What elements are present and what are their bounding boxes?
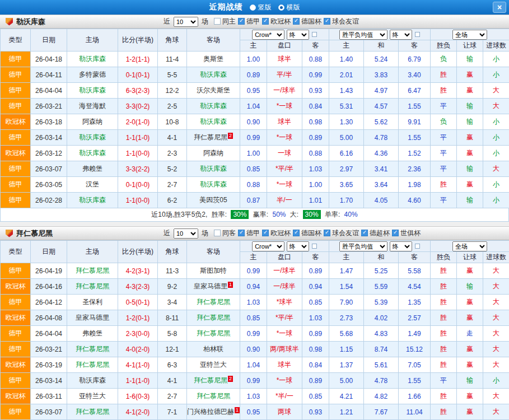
avg-draw-odds: 4.02 xyxy=(364,310,399,326)
avg-draw-odds: 4.57 xyxy=(364,99,399,114)
filter-checkbox[interactable]: 世俱杯 xyxy=(392,228,421,238)
match-count-select[interactable]: 10 xyxy=(174,228,198,239)
result-handicap: 输 xyxy=(457,99,483,114)
col-avg-draw: 和 xyxy=(364,40,399,52)
result-wdl: 胜 xyxy=(431,389,457,404)
period-select[interactable]: 全场 xyxy=(452,30,487,40)
filter-checkbox[interactable]: 同客 xyxy=(214,228,236,238)
home-team[interactable]: 拜仁慕尼黑 xyxy=(67,279,118,295)
filter-checkbox[interactable]: 欧冠杯 xyxy=(262,17,291,26)
away-team[interactable]: 皇家马德里1 xyxy=(187,279,240,295)
period-controls: 全场 xyxy=(431,241,509,252)
wdl-avg-select[interactable]: 胜平负均值 xyxy=(339,30,387,40)
filter-checkbox[interactable]: 德甲 xyxy=(238,228,260,238)
handicap-home-odds: 0.85 xyxy=(240,161,267,177)
away-team[interactable]: 沃尔夫斯堡 xyxy=(187,83,240,99)
away-team[interactable]: 奥斯堡 xyxy=(187,52,240,67)
away-team-label: 勒沃库森 xyxy=(200,102,227,110)
away-team[interactable]: 拜仁慕尼黑 xyxy=(187,310,240,326)
result-wdl: 平 xyxy=(431,161,457,177)
filter-checkbox[interactable]: 球会友谊 xyxy=(324,228,359,238)
filter-checkbox[interactable]: 德国杯 xyxy=(293,17,321,26)
filter-checkbox[interactable]: 德国杯 xyxy=(293,228,321,238)
league-type-badge: 德甲 xyxy=(1,193,31,208)
wdl-controls: 胜平负均值 终 xyxy=(329,241,431,252)
away-team[interactable]: 美因茨05 xyxy=(187,193,240,208)
league-type-badge: 欧冠杯 xyxy=(1,310,31,326)
away-team[interactable]: 拜仁慕尼黑 xyxy=(187,295,240,310)
period-controls: 全场 xyxy=(431,29,509,40)
away-team[interactable]: 勒沃库森 xyxy=(187,114,240,130)
odds-company-select[interactable]: Crow* xyxy=(252,30,284,40)
away-team[interactable]: 拜仁慕尼黑2 xyxy=(187,373,240,389)
home-team[interactable]: 皇家马德里 xyxy=(67,310,118,326)
home-team[interactable]: 拜仁慕尼黑 xyxy=(67,342,118,357)
league-type-badge: 德甲 xyxy=(1,342,31,357)
match-date: 26-03-14 xyxy=(31,130,67,146)
home-team[interactable]: 拜仁慕尼黑 xyxy=(67,357,118,373)
result-wdl: 负 xyxy=(431,114,457,130)
away-team[interactable]: 柏林联 xyxy=(187,342,240,357)
away-team[interactable]: 斯图加特 xyxy=(187,263,240,279)
odds-final-select[interactable]: 终 xyxy=(287,241,309,251)
result-handicap: 赢 xyxy=(457,389,483,404)
match-row: 德甲26-03-07拜仁慕尼黑4-1(2-0)7-1门兴格拉德巴赫10.95两球… xyxy=(1,404,509,420)
away-team-label: 勒沃库森 xyxy=(200,118,227,125)
home-team[interactable]: 汉堡 xyxy=(67,177,118,193)
away-team[interactable]: 拜仁慕尼黑 xyxy=(187,389,240,404)
filter-checkbox[interactable]: 德甲 xyxy=(238,17,260,26)
away-team[interactable]: 亚特兰大 xyxy=(187,357,240,373)
home-team[interactable]: 拜仁慕尼黑 xyxy=(67,263,118,279)
home-team[interactable]: 拜仁慕尼黑 xyxy=(67,404,118,420)
period-select[interactable]: 全场 xyxy=(452,241,487,251)
avg-away-odds: 1.49 xyxy=(399,326,431,342)
wdl-final-select[interactable]: 终 xyxy=(390,241,412,251)
close-icon[interactable]: × xyxy=(493,2,506,13)
match-count-select[interactable]: 10 xyxy=(174,17,198,27)
corner-count: 5-8 xyxy=(158,326,187,342)
corner-count: 2-7 xyxy=(158,389,187,404)
expand-checkbox-icon[interactable] xyxy=(415,32,420,37)
away-team[interactable]: 拜仁慕尼黑 xyxy=(187,326,240,342)
filter-checkbox[interactable]: 欧冠杯 xyxy=(262,228,291,238)
expand-checkbox-icon[interactable] xyxy=(312,244,317,249)
away-team[interactable]: 门兴格拉德巴赫1 xyxy=(187,404,240,420)
league-type-badge: 欧冠杯 xyxy=(1,279,31,295)
filter-checkbox[interactable]: 同主 xyxy=(214,17,236,26)
away-team[interactable]: 勒沃库森 xyxy=(187,177,240,193)
handicap-line: 一/球半 xyxy=(267,83,302,99)
home-team[interactable]: 勒沃库森 xyxy=(67,146,118,161)
handicap-home-odds: 0.89 xyxy=(240,67,267,83)
wdl-final-select[interactable]: 终 xyxy=(390,30,412,40)
home-team[interactable]: 勒沃库森 xyxy=(67,130,118,146)
filter-checkbox[interactable]: 球会友谊 xyxy=(324,17,359,26)
home-team[interactable]: 弗赖堡 xyxy=(67,161,118,177)
home-team[interactable]: 圣保利 xyxy=(67,295,118,310)
away-team-label: 拜仁慕尼黑 xyxy=(197,314,230,321)
away-team[interactable]: 拜仁慕尼黑2 xyxy=(187,130,240,146)
away-team[interactable]: 阿森纳 xyxy=(187,146,240,161)
home-team[interactable]: 海登海默 xyxy=(67,99,118,114)
odds-company-select[interactable]: Crow* xyxy=(252,241,284,251)
radio-vertical[interactable]: 竖版 xyxy=(250,3,272,12)
filter-checkbox[interactable]: 德超杯 xyxy=(361,228,390,238)
wdl-avg-select[interactable]: 胜平负均值 xyxy=(339,241,387,251)
home-team[interactable]: 亚特兰大 xyxy=(67,389,118,404)
home-team[interactable]: 多特蒙德 xyxy=(67,67,118,83)
home-team[interactable]: 弗赖堡 xyxy=(67,326,118,342)
expand-checkbox-icon[interactable] xyxy=(415,244,420,249)
result-goals: 大 xyxy=(483,389,509,404)
home-team[interactable]: 勒沃库森 xyxy=(67,83,118,99)
expand-checkbox-icon[interactable] xyxy=(312,32,317,37)
col-away: 客场 xyxy=(187,241,240,263)
away-team[interactable]: 勒沃库森 xyxy=(187,99,240,114)
home-team[interactable]: 勒沃库森 xyxy=(67,52,118,67)
radio-horizontal[interactable]: 横版 xyxy=(278,3,300,12)
odds-final-select[interactable]: 终 xyxy=(287,30,309,40)
home-team[interactable]: 勒沃库森 xyxy=(67,373,118,389)
away-team[interactable]: 勒沃库森 xyxy=(187,67,240,83)
home-team[interactable]: 勒沃库森 xyxy=(67,193,118,208)
home-team[interactable]: 阿森纳 xyxy=(67,114,118,130)
handicap-line: *一球 xyxy=(267,326,302,342)
away-team[interactable]: 勒沃库森 xyxy=(187,161,240,177)
